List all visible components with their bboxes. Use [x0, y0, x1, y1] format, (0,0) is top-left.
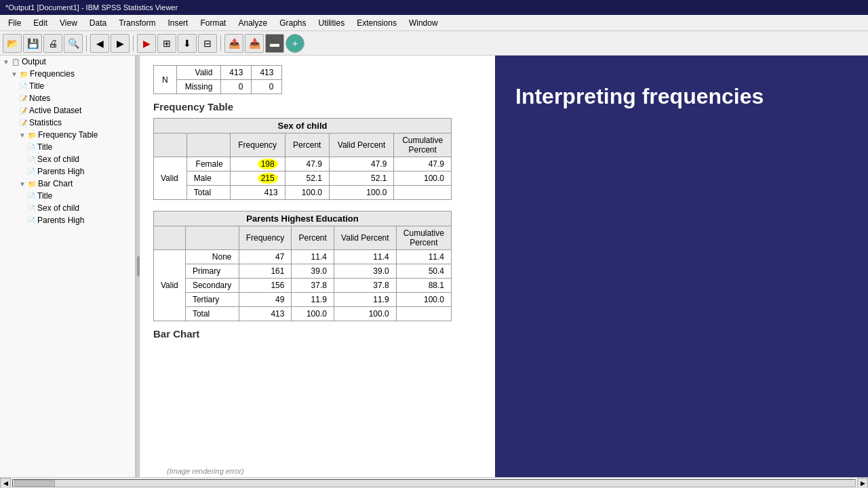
bar-chart-area: [153, 345, 481, 413]
back-button[interactable]: ◀: [90, 34, 109, 53]
tree-parents-high-2[interactable]: 📄 Parents High: [0, 214, 135, 226]
scrollbar-track[interactable]: [12, 479, 856, 487]
tree-output[interactable]: ▼ 📋 Output: [0, 56, 135, 68]
tree-parents-high-1-label: Parents High: [37, 167, 84, 176]
sex-total-pct: 100.0: [285, 186, 329, 200]
table-row: Primary 161 39.0 39.0 50.4: [154, 264, 452, 279]
freq-table-expand-icon: ▼: [19, 131, 26, 139]
menu-insert[interactable]: Insert: [162, 17, 193, 29]
parents-primary-cum-pct: 50.4: [396, 264, 451, 279]
tree-active-dataset-label: Active Dataset: [29, 106, 81, 115]
insert-button[interactable]: ⬇: [178, 34, 197, 53]
parents-total-freq: 413: [239, 307, 292, 321]
menu-window[interactable]: Window: [403, 17, 443, 29]
tree-statistics-label: Statistics: [29, 118, 62, 127]
tree-title-2[interactable]: 📄 Title: [0, 141, 135, 153]
menu-view[interactable]: View: [54, 17, 83, 29]
sex-col-empty2: [186, 134, 230, 157]
parents-none-pct: 11.4: [292, 250, 334, 264]
table-button[interactable]: ⊞: [157, 34, 176, 53]
parents-none-cum-pct: 11.4: [396, 250, 451, 264]
tree-title-1[interactable]: 📄 Title: [0, 80, 135, 92]
menu-data[interactable]: Data: [84, 17, 112, 29]
sex-child-2-icon: 📄: [27, 205, 35, 212]
title-bar-text: *Output1 [Document1] - IBM SPSS Statisti…: [5, 3, 178, 12]
tree-frequency-table-label: Frequency Table: [38, 130, 98, 140]
menu-analyze[interactable]: Analyze: [233, 17, 273, 29]
title-2-icon: 📄: [27, 144, 35, 151]
parents-primary-pct: 39.0: [292, 264, 334, 279]
parents-none-valid-pct: 11.4: [334, 250, 396, 264]
tree-sex-of-child-2-label: Sex of child: [37, 203, 79, 213]
tree-title-3-label: Title: [37, 191, 52, 201]
sex-male-cum-pct: 100.0: [394, 171, 452, 186]
table-row: Total 413 100.0 100.0: [154, 186, 452, 200]
forward-button[interactable]: ▶: [111, 34, 130, 53]
parents-primary-label: Primary: [185, 264, 239, 279]
save-button[interactable]: 💾: [23, 34, 42, 53]
male-freq-highlighted: 215: [258, 173, 278, 184]
par-col-pct: Percent: [292, 226, 334, 250]
sex-male-freq: 215: [230, 171, 285, 186]
menu-format[interactable]: Format: [195, 17, 231, 29]
stats-summary-table: N Valid 413 413 Missing 0 0: [153, 65, 282, 94]
export-button[interactable]: 📤: [224, 34, 243, 53]
right-panel: Interpreting frequencies: [495, 56, 868, 477]
par-col-cum-pct: CumulativePercent: [396, 226, 451, 250]
tree-active-dataset[interactable]: 📝 Active Dataset: [0, 104, 135, 117]
parents-secondary-label: Secondary: [185, 279, 239, 293]
tree-bar-chart[interactable]: ▼ 📁 Bar Chart: [0, 178, 135, 190]
menu-utilities[interactable]: Utilities: [313, 17, 351, 29]
title-1-icon: 📄: [19, 83, 27, 90]
zoom-button[interactable]: 🔍: [64, 34, 83, 53]
tree-notes[interactable]: 📝 Notes: [0, 92, 135, 104]
scroll-right-arrow[interactable]: ▶: [857, 478, 868, 489]
par-col-valid-pct: Valid Percent: [334, 226, 396, 250]
right-panel-title: Interpreting frequencies: [515, 83, 764, 111]
tree-sex-of-child-2[interactable]: 📄 Sex of child: [0, 202, 135, 214]
bottom-scrollbar: ◀ ▶: [0, 477, 868, 488]
tree-sex-of-child-1[interactable]: 📄 Sex of child: [0, 153, 135, 165]
import-button[interactable]: 📥: [245, 34, 264, 53]
run-button[interactable]: ▶: [137, 34, 156, 53]
notes-icon: 📝: [19, 95, 27, 102]
add-button[interactable]: +: [285, 34, 304, 53]
sex-male-label: Male: [186, 171, 230, 186]
title-3-icon: 📄: [27, 192, 35, 200]
par-col-empty1: [154, 226, 186, 250]
menu-extensions[interactable]: Extensions: [351, 17, 402, 29]
left-panel: ▼ 📋 Output ▼ 📁 Frequencies 📄 Title 📝 Not…: [0, 56, 136, 477]
tree-parents-high-1[interactable]: 📄 Parents High: [0, 165, 135, 178]
content-panel: N Valid 413 413 Missing 0 0 Frequency Ta…: [140, 56, 495, 477]
parents-secondary-freq: 156: [239, 279, 292, 293]
parents-total-valid-pct: 100.0: [334, 307, 396, 321]
panel-splitter[interactable]: [136, 56, 140, 477]
tree-parents-high-2-label: Parents High: [37, 216, 84, 225]
sex-male-pct: 52.1: [285, 171, 329, 186]
sex-total-valid-pct: 100.0: [329, 186, 394, 200]
female-freq-highlighted: 198: [258, 159, 278, 169]
stats-col1-value: 413: [221, 66, 252, 80]
print-button[interactable]: 🖨: [43, 34, 62, 53]
sex-of-child-table: Sex of child Frequency Percent Valid Per…: [153, 118, 452, 200]
scroll-left-arrow[interactable]: ◀: [0, 478, 11, 489]
scrollbar-thumb[interactable]: [14, 480, 55, 487]
menu-file[interactable]: File: [3, 17, 26, 29]
parents-tertiary-valid-pct: 11.9: [334, 293, 396, 307]
tree-title-3[interactable]: 📄 Title: [0, 190, 135, 202]
open-button[interactable]: 📂: [3, 34, 22, 53]
stats-valid-label: Valid: [176, 66, 221, 80]
tree-frequencies[interactable]: ▼ 📁 Frequencies: [0, 68, 135, 80]
menu-edit[interactable]: Edit: [28, 17, 53, 29]
tree-sex-of-child-1-label: Sex of child: [37, 155, 79, 164]
menu-transform[interactable]: Transform: [113, 17, 161, 29]
tree-statistics[interactable]: 📝 Statistics: [0, 117, 135, 129]
parents-none-label: None: [185, 250, 239, 264]
chart-button[interactable]: ▬: [265, 34, 284, 53]
freq-table-folder-icon: 📁: [28, 131, 36, 139]
parents-total-pct: 100.0: [292, 307, 334, 321]
menu-graphs[interactable]: Graphs: [274, 17, 311, 29]
tree-frequency-table[interactable]: ▼ 📁 Frequency Table: [0, 129, 135, 141]
pivot-button[interactable]: ⊟: [198, 34, 217, 53]
sex-male-valid-pct: 52.1: [329, 171, 394, 186]
